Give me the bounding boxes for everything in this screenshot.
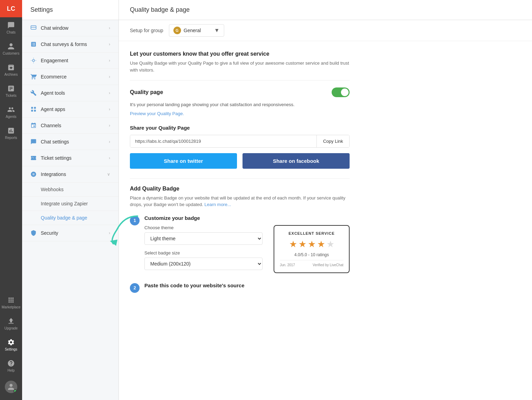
security-icon xyxy=(30,230,37,236)
chevron-right-icon: › xyxy=(109,58,110,63)
step-1-title: Customize your badge xyxy=(144,215,350,221)
badge-stars: ★ ★ ★ ★ ★ xyxy=(280,239,343,250)
nav-channels[interactable]: Channels › xyxy=(22,118,118,134)
engagement-icon xyxy=(30,57,37,64)
star-5: ★ xyxy=(326,239,334,250)
nav-item-settings[interactable]: Settings xyxy=(0,334,22,355)
step-2: 2 Paste this code to your website's sour… xyxy=(130,282,350,293)
nav-item-marketplace[interactable]: Marketplace xyxy=(0,292,22,313)
nav-zapier[interactable]: Integrate using Zapier xyxy=(22,197,118,211)
size-label: Select badge size xyxy=(144,250,263,255)
nav-integrations[interactable]: Integrations ∨ xyxy=(22,166,118,183)
share-twitter-button[interactable]: Share on twitter xyxy=(130,153,237,169)
copy-link-button[interactable]: Copy Link xyxy=(316,135,349,147)
nav-item-help[interactable]: Help xyxy=(0,355,22,376)
integrations-icon xyxy=(30,171,37,177)
intro-desc: Use Quality Badge with your Quality Page… xyxy=(130,60,350,73)
agent-apps-icon xyxy=(30,106,37,112)
star-3: ★ xyxy=(308,239,316,250)
svg-rect-3 xyxy=(34,107,36,109)
star-1: ★ xyxy=(289,239,297,250)
quality-page-url-input[interactable] xyxy=(130,135,316,147)
size-select[interactable]: Small (140x84) Medium (200x120) Large (2… xyxy=(144,258,263,270)
share-section-title: Share your Quality Page xyxy=(130,125,350,131)
share-facebook-button[interactable]: Share on facebook xyxy=(243,153,350,169)
nav-chat-window[interactable]: Chat window › xyxy=(22,20,118,36)
star-4: ★ xyxy=(317,239,325,250)
nav-item-chats[interactable]: Chats xyxy=(0,17,22,38)
ticket-settings-icon xyxy=(30,155,37,161)
chevron-down-icon: ∨ xyxy=(107,172,110,177)
channels-icon xyxy=(30,122,37,129)
share-buttons: Share on twitter Share on facebook xyxy=(130,153,350,169)
nav-item-archives[interactable]: Archives xyxy=(0,59,22,81)
badge-preview: EXCELLENT SERVICE ★ ★ ★ ★ ★ 4.0/5.0 - 10… xyxy=(274,225,350,273)
group-select[interactable]: G General ▼ xyxy=(169,24,224,37)
settings-nav-title: Settings xyxy=(22,0,118,20)
badge-section-title: Add Quality Badge xyxy=(130,186,350,192)
nav-security[interactable]: Security › xyxy=(22,225,118,241)
app-logo: LC xyxy=(0,0,22,17)
dropdown-arrow-icon: ▼ xyxy=(214,27,220,34)
surveys-icon xyxy=(30,41,37,47)
agent-tools-icon xyxy=(30,90,37,96)
badge-excellent-label: EXCELLENT SERVICE xyxy=(280,231,343,235)
nav-agent-apps[interactable]: Agent apps › xyxy=(22,101,118,118)
chat-settings-icon xyxy=(30,139,37,145)
group-badge: G xyxy=(173,27,181,34)
nav-engagement[interactable]: Engagement › xyxy=(22,53,118,69)
nav-item-upgrade[interactable]: Upgrade xyxy=(0,313,22,334)
chevron-right-icon: › xyxy=(109,139,110,144)
online-indicator xyxy=(13,389,17,393)
chevron-right-icon: › xyxy=(109,123,110,128)
star-2: ★ xyxy=(298,239,306,250)
quality-page-desc: It's your personal landing page showing … xyxy=(130,101,350,108)
setup-for-group-label: Setup for group xyxy=(130,28,163,33)
svg-rect-5 xyxy=(34,110,36,112)
chevron-right-icon: › xyxy=(109,91,110,95)
nav-ecommerce[interactable]: Ecommerce › xyxy=(22,69,118,85)
step-1-number: 1 xyxy=(130,216,140,225)
learn-more-link[interactable]: Learn more... xyxy=(205,202,231,207)
theme-select[interactable]: Light theme Dark theme xyxy=(144,232,263,245)
nav-item-avatar[interactable] xyxy=(0,376,22,397)
chevron-right-icon: › xyxy=(109,156,110,160)
quality-page-label: Quality page xyxy=(130,89,163,95)
chevron-right-icon: › xyxy=(109,26,110,30)
ecommerce-icon xyxy=(30,74,37,80)
nav-quality-badge[interactable]: Quality badge & page xyxy=(22,211,118,225)
intro-title: Let your customers know that you offer g… xyxy=(130,51,350,57)
group-name: General xyxy=(184,28,211,33)
nav-item-agents[interactable]: Agents xyxy=(0,102,22,123)
step-1: 1 Customize your badge Choose theme Ligh… xyxy=(130,215,350,276)
nav-item-reports[interactable]: Reports xyxy=(0,123,22,144)
nav-item-tickets[interactable]: Tickets xyxy=(0,81,22,102)
step-2-title: Paste this code to your website's source xyxy=(144,282,350,288)
nav-item-customers[interactable]: Customers xyxy=(0,38,22,59)
icon-nav: LC Chats Customers Archives Tickets Agen… xyxy=(0,0,22,400)
badge-rating: 4.0/5.0 - 10 ratings xyxy=(280,252,343,257)
quality-page-toggle[interactable] xyxy=(332,87,350,97)
badge-date: Jun. 2017 xyxy=(280,263,295,267)
url-row: Copy Link xyxy=(130,135,350,148)
chevron-right-icon: › xyxy=(109,42,110,47)
svg-rect-2 xyxy=(31,107,33,109)
preview-quality-page-link[interactable]: Preview your Quality Page. xyxy=(130,111,184,116)
svg-rect-4 xyxy=(31,110,33,112)
chat-window-icon xyxy=(30,25,37,31)
settings-nav: Settings Chat window › Chat surveys & fo… xyxy=(22,0,119,400)
nav-ticket-settings[interactable]: Ticket settings › xyxy=(22,150,118,166)
nav-chat-settings[interactable]: Chat settings › xyxy=(22,134,118,150)
chevron-right-icon: › xyxy=(109,231,110,235)
nav-webhooks[interactable]: Webhooks xyxy=(22,183,118,197)
page-title: Quality badge & page xyxy=(119,0,532,20)
setup-bar: Setup for group G General ▼ xyxy=(119,20,532,41)
nav-agent-tools[interactable]: Agent tools › xyxy=(22,85,118,101)
main-content: Quality badge & page Setup for group G G… xyxy=(119,0,532,400)
nav-surveys[interactable]: Chat surveys & forms › xyxy=(22,36,118,53)
step-2-number: 2 xyxy=(130,283,140,293)
theme-label: Choose theme xyxy=(144,225,263,230)
chevron-right-icon: › xyxy=(109,74,110,79)
badge-verified: Verified by LiveChat xyxy=(313,263,343,267)
chevron-right-icon: › xyxy=(109,107,110,112)
